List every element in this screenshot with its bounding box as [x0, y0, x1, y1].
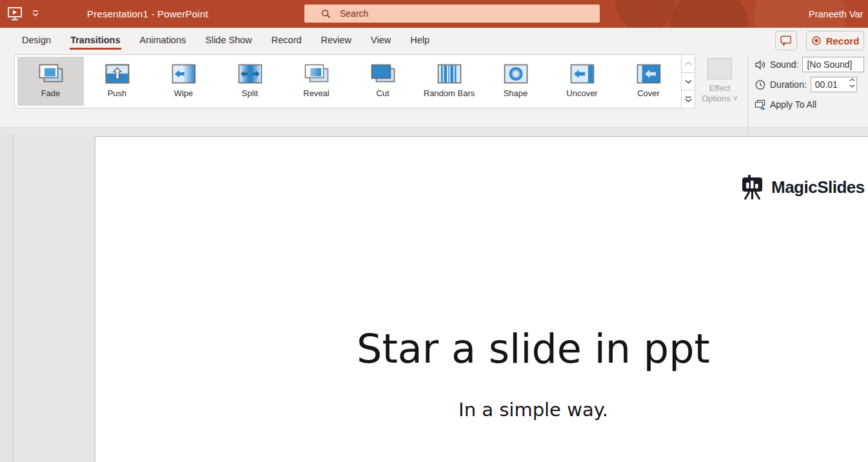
magicslides-easel-chart-icon	[741, 174, 765, 200]
transition-cover[interactable]: Cover	[615, 57, 682, 106]
transitions-gallery: Fade Push	[14, 54, 695, 108]
gallery-scroll-up-button[interactable]	[682, 55, 695, 73]
ribbon-tabs: Design Transitions Animations Slide Show…	[0, 28, 439, 54]
search-placeholder: Search	[340, 8, 368, 19]
powerpoint-slideshow-icon[interactable]	[6, 5, 23, 22]
sound-row: Sound: [No Sound]	[755, 57, 868, 72]
apply-to-all-button[interactable]: Apply To All	[755, 97, 868, 112]
sound-value: [No Sound]	[807, 59, 852, 70]
slide-canvas[interactable]: MagicSlides Star a slide in ppt In a sim…	[95, 136, 868, 462]
speech-bubble-icon	[780, 35, 792, 46]
tab-transitions[interactable]: Transitions	[61, 28, 130, 54]
title-bar: Presentation1 - PowerPoint Search Pranee…	[0, 0, 868, 28]
transition-fade[interactable]: Fade	[17, 57, 84, 106]
sound-label: Sound:	[770, 59, 798, 70]
apply-to-all-icon	[755, 99, 767, 110]
record-dot-icon	[811, 35, 822, 46]
tab-view[interactable]: View	[361, 28, 400, 54]
chevron-up-icon	[685, 61, 692, 66]
transitions-gallery-items: Fade Push	[15, 55, 682, 108]
comments-button[interactable]	[775, 31, 797, 50]
clock-icon	[755, 79, 767, 90]
transition-reveal[interactable]: Reveal	[283, 57, 350, 106]
transition-push[interactable]: Push	[84, 57, 150, 106]
quick-access-toolbar-dropdown-icon[interactable]	[31, 9, 40, 18]
tab-row-actions: Record	[775, 31, 864, 50]
sound-dropdown[interactable]: [No Sound]	[802, 57, 864, 72]
effect-options-button[interactable]: Effect Options ˅	[700, 58, 740, 110]
effect-options-label-1: Effect	[709, 83, 730, 94]
magicslides-logo-text: MagicSlides	[771, 177, 865, 197]
effect-options-label-2: Options ˅	[702, 94, 738, 104]
tab-design[interactable]: Design	[12, 28, 61, 54]
gallery-scroll-down-button[interactable]	[682, 73, 695, 91]
tab-animations[interactable]: Animations	[130, 28, 196, 54]
search-input[interactable]: Search	[304, 5, 600, 23]
apply-to-all-label: Apply To All	[770, 99, 816, 110]
ribbon-tab-row: Design Transitions Animations Slide Show…	[0, 28, 868, 54]
account-user-name[interactable]: Praneeth Var	[809, 0, 868, 28]
random-bars-transition-icon	[435, 63, 464, 85]
split-transition-icon	[235, 63, 265, 85]
uncover-transition-icon	[567, 63, 597, 85]
transition-uncover[interactable]: Uncover	[549, 57, 615, 106]
cut-transition-icon	[368, 63, 398, 85]
speaker-icon	[755, 59, 767, 70]
duration-row: Duration:	[755, 77, 868, 92]
chevron-down-icon	[685, 79, 692, 84]
slide-title-text[interactable]: Star a slide in ppt	[95, 325, 868, 372]
transition-cut[interactable]: Cut	[350, 57, 416, 106]
window-title: Presentation1 - PowerPoint	[87, 0, 208, 28]
wipe-transition-icon	[169, 63, 199, 85]
effect-options-icon	[707, 58, 732, 79]
gallery-scroll-control	[681, 55, 695, 108]
reveal-transition-icon	[302, 63, 331, 85]
slide-subtitle-text[interactable]: In a simple way.	[95, 399, 868, 421]
slide-thumbnail-panel[interactable]	[0, 136, 14, 462]
gallery-more-button[interactable]	[682, 90, 695, 108]
transition-shape[interactable]: Shape	[482, 57, 549, 106]
search-icon	[321, 9, 331, 19]
duration-spin-arrows	[849, 78, 855, 88]
duration-spinner[interactable]	[811, 77, 857, 92]
fade-transition-icon	[36, 63, 66, 85]
record-button-label: Record	[826, 35, 860, 46]
record-button[interactable]: Record	[806, 31, 864, 50]
tab-help[interactable]: Help	[400, 28, 439, 54]
timing-group: Sound: [No Sound] Duration:	[755, 57, 868, 117]
powerpoint-window: Presentation1 - PowerPoint Search Pranee…	[0, 0, 868, 462]
transition-random-bars[interactable]: Random Bars	[416, 57, 482, 106]
tab-slide-show[interactable]: Slide Show	[195, 28, 262, 54]
transition-wipe[interactable]: Wipe	[150, 57, 217, 106]
shape-transition-icon	[501, 63, 531, 85]
tab-record[interactable]: Record	[262, 28, 311, 54]
editing-workspace: MagicSlides Star a slide in ppt In a sim…	[0, 136, 868, 462]
tab-review[interactable]: Review	[311, 28, 362, 54]
magicslides-logo: MagicSlides	[741, 174, 865, 200]
spin-up-icon[interactable]	[849, 78, 855, 82]
push-transition-icon	[103, 63, 132, 85]
cover-transition-icon	[634, 63, 664, 85]
transition-split[interactable]: Split	[217, 57, 283, 106]
ribbon-content: Fade Push	[0, 54, 868, 126]
gallery-more-icon	[685, 96, 692, 103]
spin-down-icon[interactable]	[849, 84, 855, 88]
duration-input[interactable]	[811, 79, 841, 90]
duration-label: Duration:	[770, 79, 807, 90]
